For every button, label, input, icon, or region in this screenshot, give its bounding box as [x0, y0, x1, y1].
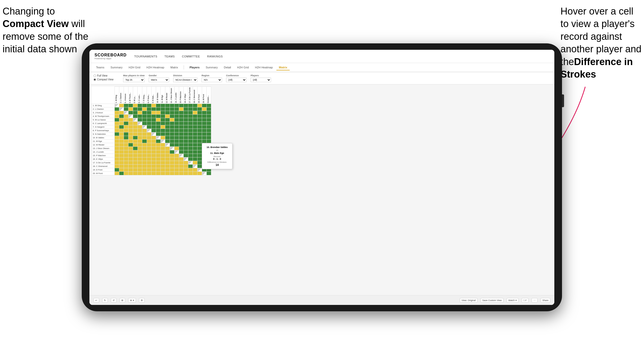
matrix-cell[interactable]: [197, 161, 202, 165]
matrix-cell[interactable]: [202, 136, 207, 140]
matrix-cell[interactable]: [156, 172, 161, 175]
matrix-cell[interactable]: [133, 172, 138, 175]
matrix-cell[interactable]: [119, 115, 124, 118]
matrix-cell[interactable]: [142, 154, 147, 157]
matrix-cell[interactable]: [184, 132, 188, 136]
matrix-cell[interactable]: [161, 154, 165, 157]
matrix-cell[interactable]: [147, 136, 151, 140]
matrix-cell[interactable]: [179, 107, 184, 111]
matrix-cell[interactable]: [124, 111, 128, 115]
matrix-cell[interactable]: [115, 118, 119, 122]
sub-tab-detail[interactable]: Detail: [221, 65, 233, 70]
matrix-cell[interactable]: [124, 147, 128, 150]
conference-select[interactable]: (All): [226, 78, 247, 82]
matrix-cell[interactable]: [174, 122, 179, 125]
matrix-cell[interactable]: [115, 143, 119, 147]
matrix-cell[interactable]: [161, 125, 165, 129]
matrix-cell[interactable]: [184, 143, 188, 147]
matrix-cell[interactable]: [156, 168, 161, 172]
matrix-cell[interactable]: [124, 150, 128, 154]
matrix-cell[interactable]: [188, 143, 193, 147]
matrix-cell[interactable]: [133, 115, 138, 118]
add-button[interactable]: ⊕ ▾: [128, 298, 136, 303]
matrix-cell[interactable]: [138, 143, 142, 147]
matrix-cell[interactable]: [142, 107, 147, 111]
matrix-cell[interactable]: [193, 157, 197, 161]
matrix-cell[interactable]: [151, 122, 156, 125]
matrix-cell[interactable]: [165, 161, 170, 165]
matrix-cell[interactable]: [133, 140, 138, 143]
matrix-cell[interactable]: [128, 168, 133, 172]
sub-tab-matrix-left[interactable]: Matrix: [168, 65, 181, 70]
matrix-cell[interactable]: [207, 118, 211, 122]
matrix-cell[interactable]: [165, 107, 170, 111]
matrix-cell[interactable]: [188, 129, 193, 132]
matrix-cell[interactable]: [184, 172, 188, 175]
matrix-cell[interactable]: [124, 107, 128, 111]
matrix-cell[interactable]: [124, 143, 128, 147]
matrix-cell[interactable]: [124, 125, 128, 129]
matrix-cell[interactable]: [138, 129, 142, 132]
matrix-cell[interactable]: [170, 104, 174, 107]
matrix-cell[interactable]: [128, 150, 133, 154]
matrix-cell[interactable]: [161, 107, 165, 111]
matrix-cell[interactable]: [197, 140, 202, 143]
matrix-cell[interactable]: [119, 154, 124, 157]
matrix-cell[interactable]: [133, 150, 138, 154]
matrix-cell[interactable]: [133, 111, 138, 115]
matrix-cell[interactable]: [128, 136, 133, 140]
matrix-cell[interactable]: [188, 132, 193, 136]
region-select[interactable]: N/A: [202, 78, 222, 82]
matrix-cell[interactable]: [128, 104, 133, 107]
matrix-cell[interactable]: [184, 168, 188, 172]
matrix-cell[interactable]: [156, 132, 161, 136]
matrix-cell[interactable]: [142, 125, 147, 129]
matrix-cell[interactable]: [174, 140, 179, 143]
matrix-cell[interactable]: [115, 125, 119, 129]
matrix-cell[interactable]: [174, 136, 179, 140]
matrix-cell[interactable]: [147, 143, 151, 147]
matrix-cell[interactable]: [161, 150, 165, 154]
matrix-cell[interactable]: [119, 172, 124, 175]
redo-button-1[interactable]: ↻: [102, 298, 108, 303]
matrix-cell[interactable]: [202, 122, 207, 125]
matrix-cell[interactable]: [174, 115, 179, 118]
matrix-cell[interactable]: [115, 161, 119, 165]
matrix-cell[interactable]: [115, 122, 119, 125]
matrix-cell[interactable]: [202, 172, 207, 175]
matrix-cell[interactable]: [133, 122, 138, 125]
matrix-cell[interactable]: [179, 140, 184, 143]
matrix-cell[interactable]: [161, 115, 165, 118]
matrix-cell[interactable]: [179, 154, 184, 157]
matrix-cell[interactable]: [170, 115, 174, 118]
matrix-cell[interactable]: [197, 111, 202, 115]
matrix-cell[interactable]: [165, 147, 170, 150]
matrix-cell[interactable]: [174, 150, 179, 154]
matrix-cell[interactable]: [207, 111, 211, 115]
matrix-cell[interactable]: [207, 129, 211, 132]
matrix-cell[interactable]: [133, 168, 138, 172]
matrix-cell[interactable]: [179, 136, 184, 140]
matrix-cell[interactable]: [207, 122, 211, 125]
matrix-cell[interactable]: [119, 147, 124, 150]
matrix-cell[interactable]: [147, 107, 151, 111]
matrix-cell[interactable]: [202, 107, 207, 111]
matrix-cell[interactable]: [197, 125, 202, 129]
matrix-cell[interactable]: [133, 118, 138, 122]
matrix-cell[interactable]: [161, 136, 165, 140]
matrix-cell[interactable]: [147, 172, 151, 175]
matrix-cell[interactable]: [188, 104, 193, 107]
matrix-cell[interactable]: [133, 143, 138, 147]
division-select[interactable]: NCAA Division I: [173, 78, 197, 82]
matrix-cell[interactable]: [170, 161, 174, 165]
matrix-cell[interactable]: [142, 122, 147, 125]
share-button-icon[interactable]: □↗: [522, 298, 529, 303]
matrix-cell[interactable]: [147, 129, 151, 132]
matrix-cell[interactable]: [138, 172, 142, 175]
matrix-cell[interactable]: [133, 165, 138, 168]
matrix-cell[interactable]: [193, 125, 197, 129]
matrix-cell[interactable]: [115, 132, 119, 136]
matrix-cell[interactable]: [124, 168, 128, 172]
matrix-cell[interactable]: [193, 132, 197, 136]
matrix-cell[interactable]: [124, 104, 128, 107]
